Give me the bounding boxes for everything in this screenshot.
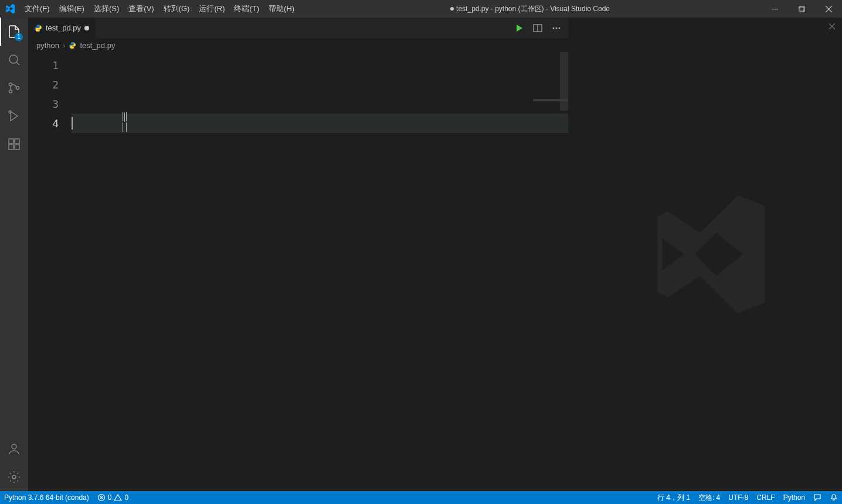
text-cursor — [72, 117, 73, 130]
svg-point-13 — [12, 475, 16, 479]
status-problems[interactable]: 0 0 — [93, 491, 133, 504]
editor-region: test_pd.py python › test_pd.py — [28, 18, 842, 491]
code-line[interactable] — [72, 56, 568, 75]
status-language[interactable]: Python — [779, 491, 809, 504]
split-editor-button[interactable] — [529, 20, 546, 36]
breadcrumb-file[interactable]: test_pd.py — [80, 41, 115, 50]
status-line-col[interactable]: 行 4，列 1 — [653, 491, 694, 504]
svg-rect-8 — [9, 139, 13, 144]
tab-dirty-icon — [84, 26, 89, 30]
minimap-viewport — [533, 99, 568, 101]
editor-group-left: test_pd.py python › test_pd.py — [28, 18, 569, 491]
code-area[interactable] — [72, 52, 568, 491]
status-warnings-count: 0 — [124, 493, 128, 502]
menu-help[interactable]: 帮助(H) — [264, 0, 299, 18]
main-area: 1 tes — [0, 18, 842, 491]
svg-point-4 — [9, 83, 12, 86]
code-line[interactable] — [72, 75, 568, 94]
menu-edit[interactable]: 编辑(E) — [55, 0, 89, 18]
app-logo — [0, 4, 20, 14]
minimap[interactable] — [533, 52, 568, 491]
status-errors-count: 0 — [108, 493, 112, 502]
line-gutter: 1 2 3 4 — [28, 52, 72, 491]
settings-gear-icon[interactable] — [0, 463, 28, 491]
menu-selection[interactable]: 选择(S) — [89, 0, 124, 18]
line-number: 2 — [28, 75, 59, 94]
run-debug-icon[interactable] — [0, 102, 28, 130]
editor-group-right — [569, 18, 842, 491]
code-line[interactable] — [72, 114, 568, 133]
svg-point-12 — [12, 444, 16, 449]
source-control-icon[interactable] — [0, 74, 28, 102]
breadcrumb-folder[interactable]: python — [36, 41, 59, 50]
menu-terminal[interactable]: 终端(T) — [229, 0, 264, 18]
tab-bar: test_pd.py — [28, 18, 568, 38]
dirty-indicator-icon — [450, 7, 454, 11]
close-editor-group-button[interactable] — [828, 22, 836, 30]
status-encoding[interactable]: UTF-8 — [724, 491, 752, 504]
status-eol[interactable]: CRLF — [752, 491, 779, 504]
svg-point-7 — [9, 111, 11, 113]
menu-file[interactable]: 文件(F) — [20, 0, 55, 18]
explorer-icon[interactable]: 1 — [0, 18, 28, 46]
svg-rect-9 — [9, 145, 13, 149]
python-file-icon — [34, 24, 42, 32]
svg-point-17 — [556, 27, 558, 29]
chevron-right-icon: › — [63, 41, 65, 50]
tab-actions — [511, 18, 568, 38]
activity-bar: 1 — [0, 18, 28, 491]
line-number: 1 — [28, 56, 59, 75]
close-button[interactable] — [815, 0, 842, 18]
tab-test-pd[interactable]: test_pd.py — [28, 18, 96, 38]
minimap-scrollbar[interactable] — [560, 52, 568, 111]
status-bell-icon[interactable] — [826, 491, 842, 504]
svg-rect-1 — [799, 7, 804, 12]
svg-rect-11 — [15, 139, 19, 144]
status-spaces[interactable]: 空格: 4 — [694, 491, 724, 504]
accounts-icon[interactable] — [0, 435, 28, 463]
menu-view[interactable]: 查看(V) — [124, 0, 158, 18]
svg-rect-0 — [772, 9, 778, 9]
extensions-icon[interactable] — [0, 130, 28, 158]
status-python-env[interactable]: Python 3.7.6 64-bit (conda) — [0, 491, 93, 504]
run-file-button[interactable] — [511, 20, 527, 36]
line-number: 4 — [28, 114, 59, 133]
title-bar: 文件(F) 编辑(E) 选择(S) 查看(V) 转到(G) 运行(R) 终端(T… — [0, 0, 842, 18]
vscode-watermark-icon — [641, 190, 770, 319]
window-controls — [761, 0, 842, 18]
svg-point-18 — [559, 27, 561, 29]
status-feedback-icon[interactable] — [809, 491, 826, 504]
tab-label: test_pd.py — [46, 23, 81, 32]
minimize-button[interactable] — [761, 0, 788, 18]
svg-rect-2 — [800, 6, 805, 11]
breadcrumb[interactable]: python › test_pd.py — [28, 38, 568, 52]
svg-point-5 — [9, 90, 12, 93]
window-title-text: test_pd.py - python (工作区) - Visual Studi… — [456, 4, 610, 14]
maximize-button[interactable] — [788, 0, 815, 18]
more-actions-button[interactable] — [548, 20, 565, 36]
python-file-icon — [69, 42, 76, 49]
svg-point-16 — [553, 27, 555, 29]
search-icon[interactable] — [0, 46, 28, 74]
status-bar: Python 3.7.6 64-bit (conda) 0 0 行 4，列 1 … — [0, 491, 842, 504]
explorer-badge: 1 — [15, 33, 23, 41]
menu-go[interactable]: 转到(G) — [159, 0, 195, 18]
editor-body[interactable]: 1 2 3 4 — [28, 52, 568, 491]
window-title: test_pd.py - python (工作区) - Visual Studi… — [299, 4, 761, 14]
code-line[interactable] — [72, 94, 568, 114]
svg-rect-10 — [15, 145, 19, 149]
menu-bar: 文件(F) 编辑(E) 选择(S) 查看(V) 转到(G) 运行(R) 终端(T… — [20, 0, 299, 18]
menu-run[interactable]: 运行(R) — [194, 0, 229, 18]
svg-point-3 — [9, 55, 18, 63]
line-number: 3 — [28, 94, 59, 114]
